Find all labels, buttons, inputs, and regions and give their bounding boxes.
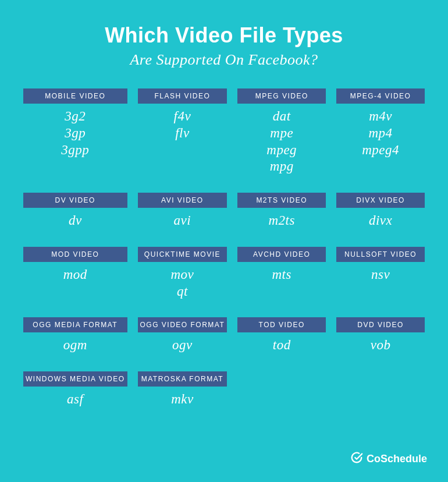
format-extension: ogm	[63, 337, 87, 354]
format-card: OGG MEDIA FORMATogm	[23, 317, 127, 354]
format-card: NULLSOFT VIDEOnsv	[336, 247, 425, 300]
format-category-header: MOBILE VIDEO	[23, 88, 127, 104]
brand-name: CoSchedule	[367, 453, 427, 465]
format-extension-list: avi	[174, 208, 191, 229]
format-category-header: MPEG-4 VIDEO	[336, 88, 425, 104]
format-extension: mkv	[171, 391, 194, 408]
format-extension: mpg	[270, 158, 294, 175]
format-extension: mpeg4	[362, 142, 399, 159]
format-extension: flv	[175, 125, 190, 142]
format-extension: asf	[67, 391, 83, 408]
format-extension: divx	[369, 212, 392, 229]
format-extension-list: nsv	[371, 262, 390, 283]
format-extension: m2ts	[268, 212, 294, 229]
format-extension-list: ogv	[172, 332, 193, 354]
format-extension: mp4	[369, 125, 393, 142]
format-extension-list: vob	[371, 332, 391, 354]
format-card: AVI VIDEOavi	[138, 193, 227, 229]
format-category-header: QUICKTIME MOVIE	[138, 247, 227, 262]
format-category-header: OGG VIDEO FORMAT	[138, 317, 227, 332]
format-extension: dat	[273, 108, 291, 125]
format-category-header: NULLSOFT VIDEO	[336, 247, 425, 262]
format-card: OGG VIDEO FORMATogv	[138, 317, 227, 354]
format-extension-list: asf	[67, 387, 83, 408]
checkmark-icon	[350, 451, 363, 467]
format-extension-list: datmpempegmpg	[266, 104, 297, 175]
format-extension: mpeg	[266, 142, 297, 159]
format-card: DV VIDEOdv	[23, 193, 127, 229]
format-category-header: DIVX VIDEO	[336, 193, 425, 208]
format-extension-list: m4vmp4mpeg4	[362, 104, 399, 158]
format-card: MPEG VIDEOdatmpempegmpg	[237, 88, 326, 175]
format-card: AVCHD VIDEOmts	[237, 247, 326, 300]
format-extension-list: f4vflv	[174, 104, 191, 142]
format-category-header: MATROSKA FORMAT	[138, 371, 227, 387]
format-extension: ogv	[172, 337, 193, 354]
brand-badge: CoSchedule	[350, 451, 427, 467]
format-category-header: AVCHD VIDEO	[237, 247, 326, 262]
format-card: MOBILE VIDEO3g23gp3gpp	[23, 88, 127, 175]
format-category-header: MOD VIDEO	[23, 247, 127, 262]
format-extension: nsv	[371, 267, 390, 283]
format-category-header: DVD VIDEO	[336, 317, 425, 332]
format-card: DIVX VIDEOdivx	[336, 193, 425, 229]
format-extension-list: dv	[69, 208, 82, 229]
format-card: MATROSKA FORMATmkv	[138, 371, 227, 408]
format-extension: mpe	[270, 125, 293, 142]
format-extension: f4v	[174, 108, 191, 125]
format-category-header: WINDOWS MEDIA VIDEO	[23, 371, 127, 387]
format-extension: mod	[63, 267, 87, 283]
format-extension-list: movqt	[170, 262, 194, 300]
format-extension: mts	[272, 267, 291, 283]
format-extension: tod	[273, 337, 291, 354]
format-category-header: FLASH VIDEO	[138, 88, 227, 104]
format-extension-list: mod	[63, 262, 87, 283]
format-card: M2TS VIDEOm2ts	[237, 193, 326, 229]
format-extension-list: ogm	[63, 332, 87, 354]
format-card: WINDOWS MEDIA VIDEOasf	[23, 371, 127, 408]
format-extension: vob	[371, 337, 391, 354]
format-extension-list: mkv	[171, 387, 194, 408]
format-extension-list: divx	[369, 208, 392, 229]
format-card: TOD VIDEOtod	[237, 317, 326, 354]
format-card: FLASH VIDEOf4vflv	[138, 88, 227, 175]
format-category-header: M2TS VIDEO	[237, 193, 326, 208]
format-extension: dv	[69, 212, 82, 229]
format-extension: 3gpp	[61, 142, 89, 159]
page-subtitle: Are Supported On Facebook?	[23, 51, 425, 69]
format-category-header: TOD VIDEO	[237, 317, 326, 332]
format-grid: MOBILE VIDEO3g23gp3gppFLASH VIDEOf4vflvM…	[23, 88, 425, 408]
format-extension: avi	[174, 212, 191, 229]
format-extension-list: 3g23gp3gpp	[61, 104, 89, 158]
format-card: QUICKTIME MOVIEmovqt	[138, 247, 227, 300]
format-category-header: AVI VIDEO	[138, 193, 227, 208]
format-extension: m4v	[369, 108, 392, 125]
format-extension: qt	[177, 283, 188, 300]
format-extension: 3g2	[65, 108, 86, 125]
format-category-header: DV VIDEO	[23, 193, 127, 208]
page-title: Which Video File Types	[23, 23, 425, 48]
format-card: MPEG-4 VIDEOm4vmp4mpeg4	[336, 88, 425, 175]
format-category-header: MPEG VIDEO	[237, 88, 326, 104]
format-extension: mov	[170, 267, 194, 283]
format-extension: 3gp	[65, 125, 86, 142]
format-card: DVD VIDEOvob	[336, 317, 425, 354]
format-extension-list: m2ts	[268, 208, 294, 229]
format-card: MOD VIDEOmod	[23, 247, 127, 300]
format-extension-list: tod	[273, 332, 291, 354]
format-extension-list: mts	[272, 262, 291, 283]
format-category-header: OGG MEDIA FORMAT	[23, 317, 127, 332]
